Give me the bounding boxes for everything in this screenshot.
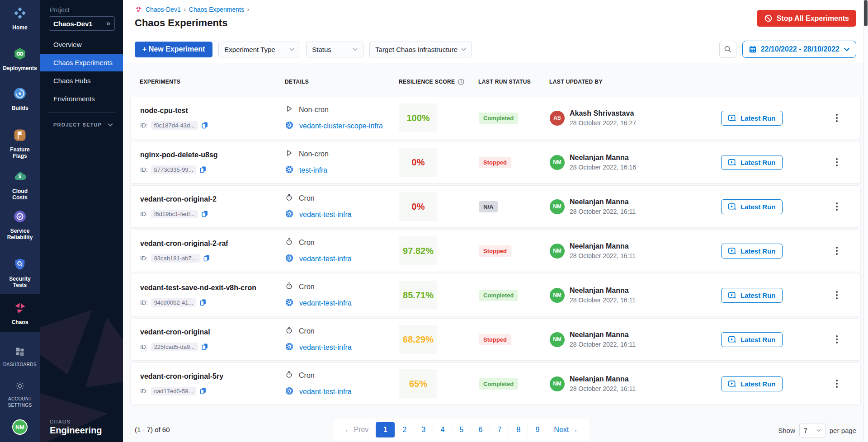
run-window-icon: [728, 292, 736, 299]
kebab-menu-icon[interactable]: [834, 289, 840, 301]
kebab-menu-icon[interactable]: [834, 334, 840, 345]
next-page-button[interactable]: Next →: [547, 422, 585, 437]
experiment-name[interactable]: node-cpu-test: [140, 107, 285, 115]
updated-by-cell: NM Neelanjan Manna 28 October 2022, 16:1…: [550, 287, 721, 304]
date-range-picker[interactable]: 22/10/2022 - 28/10/2022: [742, 41, 856, 58]
score-cell: 68.29%: [399, 325, 479, 354]
infrastructure-link[interactable]: vedant-cluster-scope-infra: [299, 122, 383, 130]
filter-status[interactable]: Status: [306, 42, 363, 57]
copy-icon[interactable]: [201, 122, 208, 129]
breadcrumb-page-link[interactable]: Chaos Experiments: [189, 6, 244, 13]
filter-target-chaos-infrastructure[interactable]: Target Chaos Infrastructure: [369, 42, 472, 57]
sidebar-item-cloud-costs[interactable]: $CloudCosts: [0, 170, 40, 201]
experiment-id: f0c187d4-43d...: [151, 121, 198, 130]
experiment-name[interactable]: vedant-cron-original-2: [140, 195, 285, 203]
scrollbar-thumb[interactable]: [864, 0, 868, 26]
user-avatar[interactable]: NM: [12, 419, 28, 435]
copy-icon[interactable]: [199, 166, 206, 173]
kebab-menu-icon[interactable]: [834, 156, 840, 168]
experiment-cell: nginx-pod-delete-u8sg ID: b773c335-99...: [131, 151, 285, 174]
experiment-row[interactable]: vedant-test-save-nd-exit-v8h-cron ID: 94…: [130, 274, 861, 316]
kebab-menu-icon[interactable]: [834, 112, 840, 124]
page-button-5[interactable]: 5: [452, 422, 471, 437]
infrastructure-link[interactable]: vedant-test-infra: [299, 211, 352, 219]
experiment-row[interactable]: vedant-cron-original ID: 225fcad5-da9...: [130, 318, 861, 361]
schedule-type: Non-cron: [299, 106, 329, 114]
search-button[interactable]: [719, 41, 736, 58]
sidebar-item-home[interactable]: Home: [0, 6, 40, 31]
copy-icon[interactable]: [199, 299, 206, 306]
infrastructure-link[interactable]: vedant-test-infra: [299, 343, 352, 352]
project-nav-overview[interactable]: Overview: [40, 36, 123, 53]
page-button-3[interactable]: 3: [414, 422, 433, 437]
kebab-menu-icon[interactable]: [834, 378, 840, 390]
kebab-menu-icon[interactable]: [834, 245, 840, 257]
experiment-row[interactable]: node-cpu-test ID: f0c187d4-43d...: [130, 97, 861, 139]
sidebar-item-dashboards[interactable]: DASHBOARDS: [0, 346, 40, 368]
copy-icon[interactable]: [201, 210, 208, 217]
infrastructure-link[interactable]: vedant-test-infra: [299, 255, 352, 263]
project-nav-chaos-experiments[interactable]: Chaos Experiments: [40, 54, 123, 71]
stopwatch-icon: [285, 326, 293, 336]
experiment-name[interactable]: vedant-cron-original: [140, 328, 285, 336]
experiment-row[interactable]: vedant-cron-original-2 ID: f6d19bc1-fedf…: [130, 185, 861, 228]
show-label: Show: [778, 427, 795, 434]
page-button-1[interactable]: 1: [376, 422, 395, 437]
score-cell: 65%: [399, 369, 479, 398]
experiment-name[interactable]: vedant-cron-original-2-raf: [140, 240, 285, 248]
scrollbar[interactable]: [863, 0, 868, 442]
copy-icon[interactable]: [203, 254, 210, 262]
prev-page-button[interactable]: ← Prev: [337, 422, 376, 437]
page-button-4[interactable]: 4: [433, 422, 452, 437]
latest-run-button[interactable]: Latest Run: [721, 244, 783, 259]
experiment-row[interactable]: vedant-cron-original-5ry ID: cad17ed0-59…: [130, 362, 861, 405]
latest-run-button[interactable]: Latest Run: [721, 288, 783, 303]
avatar: NM: [550, 199, 565, 214]
sidebar-item-security-tests[interactable]: SecurityTests: [0, 258, 40, 288]
latest-run-button[interactable]: Latest Run: [721, 155, 783, 170]
sidebar-item-chaos[interactable]: Chaos: [0, 294, 40, 332]
experiment-name[interactable]: vedant-cron-original-5ry: [140, 372, 285, 381]
page-button-7[interactable]: 7: [490, 422, 509, 437]
infrastructure-link[interactable]: vedant-test-infra: [299, 299, 352, 307]
project-setup-section[interactable]: PROJECT SETUP: [53, 122, 113, 127]
copy-icon[interactable]: [199, 387, 206, 395]
breadcrumb-separator: ›: [247, 6, 249, 13]
infrastructure-icon: [285, 298, 293, 308]
id-label: ID:: [140, 299, 148, 306]
project-selector[interactable]: Chaos-Dev1 »: [49, 16, 115, 31]
breadcrumb-project-link[interactable]: Chaos-Dev1: [146, 6, 181, 13]
run-window-icon: [728, 159, 736, 166]
page-button-8[interactable]: 8: [509, 422, 528, 437]
infrastructure-link[interactable]: test-infra: [299, 166, 327, 174]
stop-all-experiments-button[interactable]: Stop All Experiments: [757, 10, 856, 27]
page-button-9[interactable]: 9: [528, 422, 547, 437]
page-button-2[interactable]: 2: [395, 422, 414, 437]
kebab-menu-icon[interactable]: [834, 201, 840, 212]
expand-icon[interactable]: »: [106, 19, 110, 28]
latest-run-button[interactable]: Latest Run: [721, 199, 783, 214]
experiment-row[interactable]: vedant-cron-original-2-raf ID: 83cab181-…: [130, 230, 861, 272]
page-size-select[interactable]: 7: [799, 423, 826, 437]
experiment-row[interactable]: nginx-pod-delete-u8sg ID: b773c335-99...: [130, 141, 861, 183]
latest-run-label: Latest Run: [741, 114, 776, 122]
sidebar-item-account-settings[interactable]: ACCOUNTSETTINGS: [0, 381, 40, 409]
row-menu-cell: [834, 334, 860, 345]
new-experiment-button[interactable]: + New Experiment: [135, 42, 212, 57]
experiment-name[interactable]: vedant-test-save-nd-exit-v8h-cron: [140, 284, 285, 292]
info-icon[interactable]: [458, 79, 464, 85]
project-nav-environments[interactable]: Environments: [40, 90, 123, 108]
sidebar-item-service-reliability[interactable]: ServiceReliability: [0, 210, 40, 240]
sidebar-item-feature-flags[interactable]: FeatureFlags: [0, 128, 40, 159]
experiment-name[interactable]: nginx-pod-delete-u8sg: [140, 151, 285, 159]
sidebar-item-deployments[interactable]: Deployments: [0, 47, 40, 71]
infrastructure-link[interactable]: vedant-test-infra: [299, 388, 352, 396]
filter-experiment-type[interactable]: Experiment Type: [218, 42, 300, 57]
page-button-6[interactable]: 6: [471, 422, 490, 437]
latest-run-button[interactable]: Latest Run: [721, 332, 783, 347]
sidebar-item-builds[interactable]: Builds: [0, 87, 40, 111]
latest-run-button[interactable]: Latest Run: [721, 111, 783, 126]
project-nav-chaos-hubs[interactable]: Chaos Hubs: [40, 72, 123, 89]
copy-icon[interactable]: [201, 343, 208, 350]
latest-run-button[interactable]: Latest Run: [721, 376, 783, 391]
